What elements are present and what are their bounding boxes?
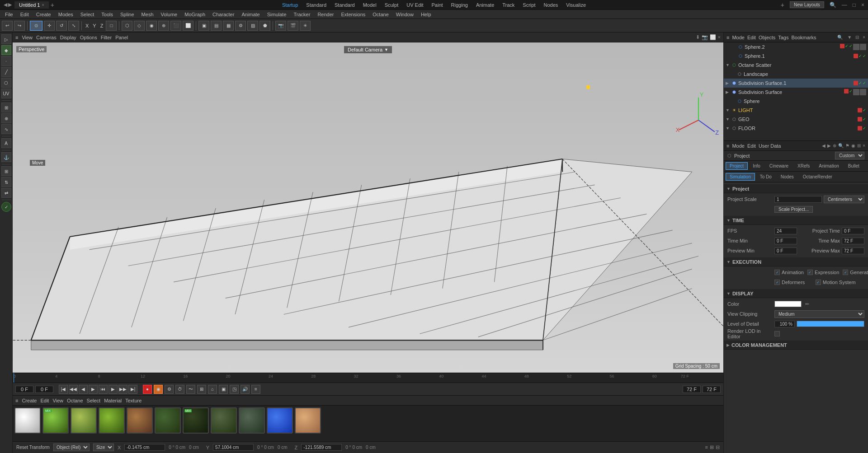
tab-nodes[interactable]: Nodes <box>777 173 798 181</box>
vp-options[interactable]: Options <box>80 35 97 40</box>
tb-obj3[interactable]: ◉ <box>146 21 157 31</box>
attr-menu-edit[interactable]: Edit <box>747 143 756 149</box>
tc-play-reverse[interactable]: ⏮ <box>99 385 108 394</box>
tb-render6[interactable]: ⬟ <box>259 21 270 31</box>
vp-filter[interactable]: Filter <box>101 35 112 40</box>
cb-gen-box[interactable] <box>843 270 848 275</box>
lod-slider[interactable] <box>797 321 864 327</box>
tc-prev-frame[interactable]: ◀ <box>79 385 88 394</box>
coord-y-input[interactable] <box>213 444 254 451</box>
nav-nodes[interactable]: Nodes <box>543 2 558 8</box>
vp-icon3[interactable]: ⬜ <box>710 34 716 40</box>
rl-checkbox[interactable] <box>774 331 780 336</box>
mat-item-green-grass[interactable]: MIX <box>42 407 69 434</box>
mat-select[interactable]: Select <box>87 398 101 403</box>
mat-item-light-green[interactable] <box>99 407 125 434</box>
tab-simulation[interactable]: Simulation <box>726 173 755 181</box>
tc-key[interactable]: ⚙ <box>165 385 174 394</box>
attr-menu-mode[interactable]: Mode <box>732 143 745 149</box>
tb-render5[interactable]: ▨ <box>247 21 258 31</box>
tb-render1[interactable]: ▣ <box>198 21 209 31</box>
vp-cameras[interactable]: Cameras <box>36 35 57 40</box>
menu-simulate[interactable]: Simulate <box>264 11 290 18</box>
attr-icon3[interactable]: ⊕ <box>833 143 836 148</box>
attr-menu-icon[interactable]: ≡ <box>726 143 729 149</box>
tc-layers[interactable]: ⊞ <box>197 385 206 394</box>
tc-end-frame2[interactable]: 72 F <box>703 386 721 393</box>
tb-move[interactable]: ✛ <box>44 21 55 31</box>
lt-create[interactable]: A <box>1 138 11 148</box>
tb-rotate[interactable]: ↺ <box>56 21 67 31</box>
vp-icon4[interactable]: × <box>718 34 721 40</box>
tb-undo[interactable]: ↩ <box>2 21 13 31</box>
menu-extensions[interactable]: Extensions <box>338 11 368 18</box>
mat-item-tan[interactable] <box>295 407 321 434</box>
attr-preset-dropdown[interactable]: Custom <box>835 152 864 159</box>
tab-bullet[interactable]: Bullet <box>844 162 863 170</box>
cb-motion-box[interactable] <box>816 280 821 285</box>
obj-expand[interactable]: ▼ <box>726 63 730 67</box>
viewport-camera[interactable]: Default Camera ▼ <box>344 46 392 53</box>
tb-render2[interactable]: ▤ <box>211 21 222 31</box>
obj-menu-icon[interactable]: ≡ <box>726 35 729 40</box>
close-icon[interactable]: × <box>861 2 864 8</box>
tb-cam1[interactable]: 📷 <box>275 21 286 31</box>
nav-uvedit[interactable]: UV Edit <box>406 2 423 8</box>
mat-item-dark-stripe[interactable] <box>239 407 265 434</box>
obj-row-sphere2[interactable]: ⬡ Sphere.2 ✓ ✓ <box>724 42 868 51</box>
tb-local[interactable]: □ <box>106 21 117 31</box>
obj-expand[interactable]: ▼ <box>726 126 730 131</box>
lt-axis[interactable]: ⊕ <box>1 113 11 123</box>
mat-icon1[interactable]: ≡ <box>705 444 708 450</box>
menu-spline[interactable]: Spline <box>117 11 137 18</box>
tb-obj5[interactable]: ⬛ <box>170 21 181 31</box>
prev-min-input[interactable] <box>774 248 797 254</box>
tb-render4[interactable]: ⚙ <box>235 21 246 31</box>
mat-item-green-mix[interactable] <box>71 407 97 434</box>
tc-frame-start[interactable]: 0 F <box>15 386 33 393</box>
fps-input[interactable] <box>774 228 797 234</box>
tc-record[interactable]: ● <box>143 385 152 394</box>
reset-transform-btn[interactable]: Reset Transform <box>16 445 50 450</box>
tc-end-frame[interactable]: 72 F <box>683 386 701 393</box>
tab-todo[interactable]: To Do <box>756 173 776 181</box>
menu-character[interactable]: Character <box>209 11 237 18</box>
vp-menu-icon[interactable]: ≡ <box>15 35 18 40</box>
tb-cam2[interactable]: 🎬 <box>288 21 298 31</box>
tb-obj6[interactable]: ⬜ <box>183 21 193 31</box>
obj-menu-objects[interactable]: Objects <box>759 35 775 40</box>
tc-snap-anim[interactable]: ◳ <box>230 385 239 394</box>
lt-point[interactable]: · <box>1 56 11 66</box>
tb-obj2[interactable]: ◇ <box>134 21 145 31</box>
lt-obj-mode[interactable]: ◆ <box>1 45 11 55</box>
vp-view[interactable]: View <box>22 35 33 40</box>
lt-status[interactable]: ✓ <box>1 202 11 212</box>
tc-curves[interactable]: 〜 <box>186 385 195 394</box>
obj-collapse-icon[interactable]: ⊟ <box>855 35 859 40</box>
menu-mograph[interactable]: MoGraph <box>181 11 208 18</box>
tab-cineware[interactable]: Cineware <box>765 162 793 170</box>
tc-frame-current[interactable]: 0 F <box>35 386 53 393</box>
attr-icon4[interactable]: 🔍 <box>838 143 844 148</box>
obj-filter-icon[interactable]: ▼ <box>847 35 852 40</box>
tb-scale[interactable]: ⤡ <box>68 21 79 31</box>
mat-item-dark-green3[interactable] <box>211 407 237 434</box>
time-min-input[interactable] <box>774 238 797 244</box>
obj-row-sphere1[interactable]: ⬡ Sphere.1 ✓ ✓ <box>724 51 868 61</box>
nav-startup[interactable]: Startup <box>282 2 298 8</box>
obj-row-subdiv1[interactable]: ▶ ⬢ Subdivision Surface.1 ✓ ✓ <box>724 79 868 88</box>
coord-z-input[interactable] <box>301 444 342 451</box>
tb-render3[interactable]: ▦ <box>223 21 234 31</box>
tc-prev-key[interactable]: ◀◀ <box>69 385 78 394</box>
obj-expand[interactable]: ▶ <box>726 81 730 85</box>
lt-snap[interactable]: ⊞ <box>1 103 11 112</box>
menu-octane[interactable]: Octane <box>369 11 392 18</box>
proj-scale-input[interactable] <box>774 196 822 203</box>
menu-tracker[interactable]: Tracker <box>291 11 314 18</box>
back-arrow[interactable]: ◀ <box>4 2 7 8</box>
menu-edit[interactable]: Edit <box>17 11 32 18</box>
mat-material[interactable]: Material <box>104 398 122 403</box>
nav-paint[interactable]: Paint <box>432 2 443 8</box>
coord-size-select[interactable]: Size <box>93 444 114 451</box>
lt-layout[interactable]: ⊞ <box>1 166 11 176</box>
